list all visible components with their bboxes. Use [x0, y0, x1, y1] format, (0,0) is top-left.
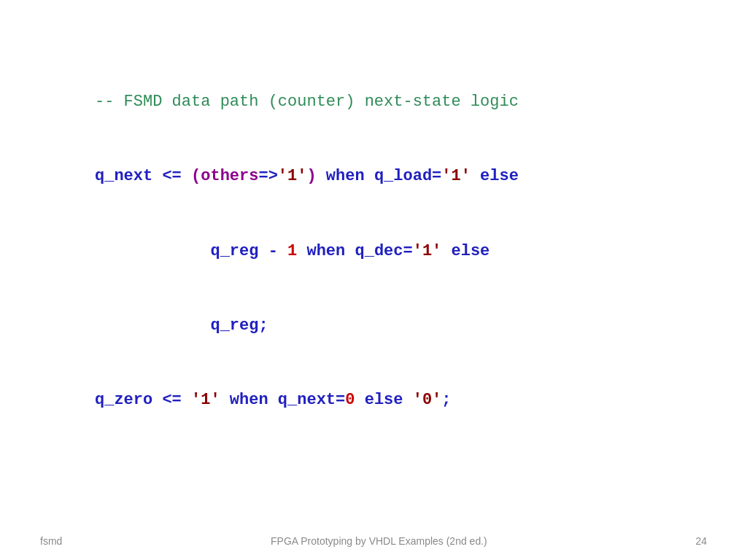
arrow-op: =>	[258, 167, 277, 185]
footer-page: 24	[695, 535, 707, 547]
str-val-3: '1'	[413, 242, 442, 260]
code-line-4: q_reg;	[95, 314, 703, 338]
num-val-2: 0	[345, 391, 355, 409]
footer-left: fsmd	[40, 535, 62, 547]
q-next-id-2: q_next	[278, 391, 336, 409]
code-line-3: q_reg - 1 when q_dec='1' else	[95, 239, 703, 264]
when-kw-2: when	[297, 242, 355, 260]
code-block: -- FSMD data path (counter) next-state l…	[95, 40, 703, 463]
str-val-5: '0'	[403, 391, 442, 409]
str-val-4: '1'	[182, 391, 220, 409]
code-line-1: -- FSMD data path (counter) next-state l…	[95, 90, 703, 114]
eq-op-2: =	[403, 242, 413, 260]
q-zero-id: q_zero	[95, 391, 152, 409]
else-kw-3: else	[355, 391, 403, 409]
footer: fsmd FPGA Prototyping by VHDL Examples (…	[0, 535, 747, 547]
q-next-id: q_next	[95, 167, 152, 185]
num-val-1: 1	[278, 242, 297, 260]
minus-op: -	[258, 242, 277, 260]
when-kw-1: when	[317, 167, 374, 185]
comment: -- FSMD data path (counter) next-state l…	[95, 93, 519, 111]
eq-op-3: =	[336, 391, 345, 409]
assign-op-2: <=	[152, 391, 182, 409]
when-kw-3: when	[220, 391, 278, 409]
others-func: others	[201, 167, 258, 185]
q-reg-id-1: q_reg	[210, 242, 258, 260]
semicolon: ;	[441, 391, 451, 409]
code-line-2: q_next <= (others=>'1') when q_load='1' …	[95, 164, 703, 189]
assign-op: <=	[152, 167, 182, 185]
str-val-2: '1'	[441, 167, 471, 185]
eq-op-1: =	[432, 167, 441, 185]
else-kw-1: else	[471, 167, 519, 185]
code-line-5: q_zero <= '1' when q_next=0 else '0';	[95, 388, 703, 413]
str-val-1: '1'	[278, 167, 307, 185]
q-reg-id-2: q_reg;	[210, 316, 268, 335]
else-kw-2: else	[441, 242, 489, 260]
paren-open: (	[182, 167, 201, 185]
q-dec-id: q_dec	[355, 242, 403, 260]
paren-close: )	[306, 167, 316, 185]
q-load-id: q_load	[374, 167, 432, 185]
footer-center: FPGA Prototyping by VHDL Examples (2nd e…	[271, 535, 487, 547]
code-area: -- FSMD data path (counter) next-state l…	[95, 40, 703, 463]
